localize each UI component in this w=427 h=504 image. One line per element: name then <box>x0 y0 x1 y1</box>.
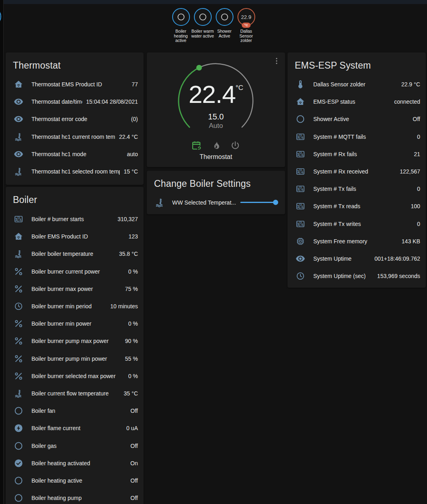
percent-icon <box>14 354 23 364</box>
eye-icon <box>14 114 23 124</box>
entity-label: WW Selected Temperat... <box>172 199 240 206</box>
percent-icon <box>14 267 23 276</box>
entity-row[interactable]: Boiler heating activeOff <box>6 472 144 489</box>
entity-row[interactable]: Boiler EMS Product ID123 <box>6 228 144 245</box>
badge[interactable]: Boiler heating active <box>171 8 190 43</box>
entity-row[interactable]: Boiler gasOff <box>6 437 144 454</box>
svg-text:5: 5 <box>302 171 303 174</box>
card-title: Thermostat <box>13 59 60 72</box>
entity-label: Boiler fan <box>31 408 127 414</box>
entity-row[interactable]: Dallas Sensor zolder22.9 °C <box>287 76 426 93</box>
circle-outline-icon <box>14 406 23 416</box>
entity-label: Thermostat EMS Product ID <box>31 81 127 88</box>
badge[interactable]: Boiler warm water active <box>193 8 212 43</box>
entity-row[interactable]: Boiler burner pump min power55 % <box>6 350 144 367</box>
entity-row[interactable]: Thermostat error code(0) <box>6 111 144 128</box>
entity-row[interactable]: 125System # Tx reads100 <box>287 198 426 215</box>
entity-value: auto <box>127 151 138 157</box>
entity-row[interactable]: System Uptime (sec)153,969 seconds <box>287 268 426 285</box>
entity-value: 0 <box>417 186 420 192</box>
entity-value: 0 % <box>128 320 138 327</box>
badge[interactable]: 22.9°CDallas Sensor zolder <box>237 8 256 43</box>
entity-label: Boiler burner selected max power <box>31 373 124 379</box>
entity-row[interactable]: Shower ActiveOff <box>287 111 426 128</box>
entity-value: 90 % <box>125 338 138 344</box>
card-title: EMS-ESP System <box>295 59 371 72</box>
badge-unit: °C <box>242 23 251 28</box>
entity-value: connected <box>394 98 420 105</box>
entity-row[interactable]: System Uptime001+18:46:09.762 <box>287 250 426 267</box>
temperature-unit: °C <box>235 84 243 91</box>
entity-row[interactable]: Boiler heating pumpOff <box>6 489 144 504</box>
entity-label: System # Tx fails <box>313 186 413 192</box>
entity-row[interactable]: Boiler flame current0 uA <box>6 420 144 437</box>
entity-row[interactable]: 125System # Rx fails21 <box>287 145 426 163</box>
svg-text:1: 1 <box>297 135 300 139</box>
check-circle-icon <box>14 458 23 468</box>
entity-row[interactable]: Boiler fanOff <box>6 402 144 420</box>
entity-label: System # Tx reads <box>313 203 407 209</box>
badge-label: Shower Active <box>212 29 237 38</box>
thermostat-dial-card: 22.4°C 15.0 Auto Thermostat <box>147 52 285 167</box>
badge-label: Dallas Sensor zolder <box>234 29 259 43</box>
entity-row[interactable]: Thermostat hc1 modeauto <box>6 145 144 163</box>
entity-label: Thermostat error code <box>31 116 127 122</box>
off-mode-icon[interactable] <box>230 140 241 151</box>
entity-row[interactable]: 125System # Tx writes0 <box>287 215 426 232</box>
entity-row[interactable]: 125System # MQTT fails0 <box>287 128 426 145</box>
heat-mode-icon[interactable] <box>210 140 221 151</box>
entity-value: 15 °C <box>124 168 138 175</box>
slider-handle[interactable] <box>273 200 278 205</box>
entity-row[interactable]: Boiler burner current power0 % <box>6 263 144 280</box>
percent-icon <box>14 336 23 346</box>
entity-label: Thermostat hc1 selected room temper... <box>31 168 120 175</box>
entity-value: 0 <box>417 221 420 227</box>
entity-value: 10 minutes <box>110 303 138 310</box>
eye-icon <box>14 149 23 159</box>
entity-label: Boiler flame current <box>31 425 122 431</box>
entity-label: System # Rx received <box>313 168 396 175</box>
entity-row[interactable]: Boiler burner max power75 % <box>6 280 144 297</box>
entity-row[interactable]: Thermostat date/time15:04:04 28/08/2021 <box>6 93 144 111</box>
auto-mode-icon[interactable] <box>191 140 202 151</box>
entity-row[interactable]: 125Boiler # burner starts310,327 <box>6 211 144 228</box>
counter-icon: 125 <box>296 149 305 159</box>
entity-row[interactable]: 125System # Rx received122,567 <box>287 163 426 180</box>
entity-row[interactable]: EMS-ESP statusconnected <box>287 93 426 111</box>
percent-icon <box>14 284 23 294</box>
entity-label: Thermostat hc1 mode <box>31 151 123 157</box>
entity-row[interactable]: Boiler boiler temperature35.8 °C <box>6 245 144 263</box>
entity-rows: 125Boiler # burner starts310,327Boiler E… <box>6 211 144 504</box>
coolant-thermometer-icon <box>14 389 23 398</box>
counter-icon: 125 <box>296 167 305 176</box>
flash-circle-icon <box>14 423 23 433</box>
entity-row[interactable]: Boiler burner min power0 % <box>6 315 144 333</box>
entity-value: On <box>130 460 138 466</box>
coolant-thermometer-icon <box>14 167 23 176</box>
entity-row[interactable]: Boiler burner min period10 minutes <box>6 297 144 315</box>
entity-label: Boiler gas <box>31 443 127 449</box>
entity-row[interactable]: Thermostat hc1 selected room temper...15… <box>6 163 144 180</box>
temperature-slider[interactable] <box>240 200 278 205</box>
entity-label: Boiler burner pump max power <box>31 338 121 344</box>
entity-value: 35.8 °C <box>119 251 138 257</box>
entity-row[interactable]: Boiler burner pump max power90 % <box>6 333 144 350</box>
entity-row[interactable]: Boiler burner selected max power0 % <box>6 367 144 385</box>
entity-row[interactable]: Boiler heating activatedOn <box>6 454 144 472</box>
counter-icon: 125 <box>14 214 23 224</box>
entity-value: 22.9 °C <box>401 81 420 88</box>
hvac-mode-buttons <box>147 140 285 151</box>
entity-row[interactable]: Thermostat EMS Product ID77 <box>6 76 144 93</box>
entity-label: Boiler heating active <box>31 477 127 484</box>
entity-row[interactable]: Thermostat hc1 current room temper...22.… <box>6 128 144 145</box>
ww-selected-temperature-row[interactable]: WW Selected Temperat... <box>147 194 285 211</box>
dial-handle[interactable] <box>196 65 202 71</box>
counter-icon: 125 <box>296 201 305 211</box>
badge[interactable]: Shower Active <box>215 8 234 43</box>
badge-circle <box>216 8 233 26</box>
entity-row[interactable]: 125System # Tx fails0 <box>287 180 426 198</box>
entity-row[interactable]: Boiler current flow temperature35 °C <box>6 385 144 402</box>
entity-value: Off <box>131 408 138 414</box>
entity-row[interactable]: System Free memory143 KB <box>287 232 426 250</box>
entity-name: Thermostat <box>147 153 285 161</box>
